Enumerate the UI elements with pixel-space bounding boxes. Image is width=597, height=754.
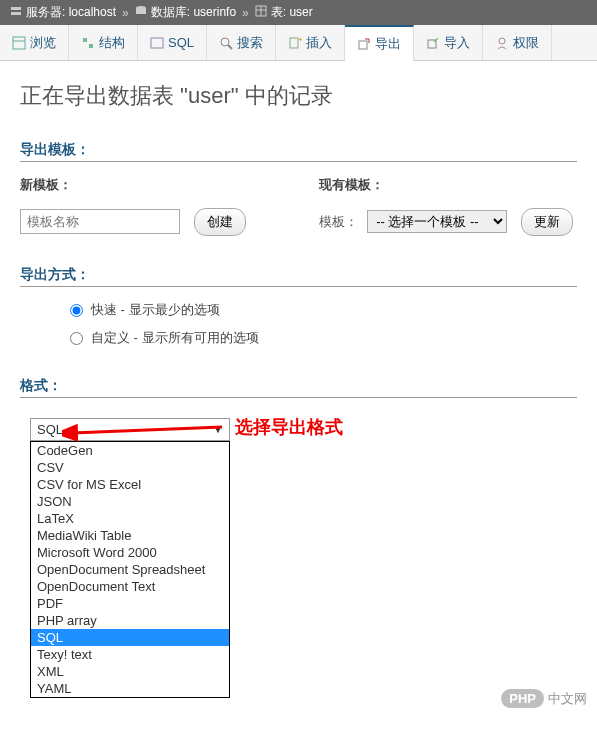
svg-rect-7 <box>13 37 25 49</box>
radio-custom-input[interactable] <box>70 332 83 345</box>
format-option[interactable]: PHP array <box>31 612 229 629</box>
existing-template-label: 现有模板： <box>319 176 578 194</box>
svg-rect-9 <box>83 38 87 42</box>
page-title: 正在导出数据表 "user" 中的记录 <box>20 81 577 111</box>
breadcrumb-sep: » <box>242 6 249 20</box>
breadcrumb-server[interactable]: 服务器: localhost <box>26 4 116 21</box>
section-export-method: 导出方式： <box>20 266 577 287</box>
format-option[interactable]: SQL <box>31 629 229 646</box>
svg-rect-10 <box>89 44 93 48</box>
chevron-down-icon: ▼ <box>213 424 223 435</box>
format-select[interactable]: SQL ▼ <box>30 418 230 441</box>
tab-export[interactable]: 导出 <box>345 25 414 61</box>
tab-label: SQL <box>168 35 194 50</box>
tab-browse[interactable]: 浏览 <box>0 25 69 60</box>
radio-quick[interactable]: 快速 - 显示最少的选项 <box>70 301 577 319</box>
breadcrumb-sep: » <box>122 6 129 20</box>
tab-import[interactable]: 导入 <box>414 25 483 60</box>
export-method-group: 快速 - 显示最少的选项 自定义 - 显示所有可用的选项 <box>20 301 577 347</box>
tab-insert[interactable]: + 插入 <box>276 25 345 60</box>
sql-icon <box>150 36 164 50</box>
insert-icon: + <box>288 36 302 50</box>
watermark: PHP 中文网 <box>501 689 587 708</box>
format-option[interactable]: CodeGen <box>31 442 229 459</box>
format-option[interactable]: PDF <box>31 595 229 612</box>
svg-rect-14 <box>290 38 298 48</box>
new-template-label: 新模板： <box>20 176 279 194</box>
format-option[interactable]: JSON <box>31 493 229 510</box>
template-name-input[interactable] <box>20 209 180 234</box>
create-button[interactable]: 创建 <box>194 208 246 236</box>
tabs-bar: 浏览 结构 SQL 搜索 + 插入 导出 导入 权限 <box>0 25 597 61</box>
format-select-wrap: SQL ▼ CodeGenCSVCSV for MS ExcelJSONLaTe… <box>20 418 577 698</box>
tab-label: 导出 <box>375 35 401 53</box>
format-option[interactable]: MediaWiki Table <box>31 527 229 544</box>
format-option[interactable]: XML <box>31 663 229 680</box>
breadcrumb-table[interactable]: 表: user <box>271 4 313 21</box>
server-icon <box>10 5 22 20</box>
search-icon <box>219 36 233 50</box>
svg-text:+: + <box>298 36 302 44</box>
database-icon <box>135 5 147 20</box>
template-row: 新模板： 创建 现有模板： 模板： -- 选择一个模板 -- 更新 <box>20 176 577 236</box>
existing-template-col: 现有模板： 模板： -- 选择一个模板 -- 更新 <box>319 176 578 236</box>
tab-label: 插入 <box>306 34 332 52</box>
format-option[interactable]: OpenDocument Spreadsheet <box>31 561 229 578</box>
breadcrumb: 服务器: localhost » 数据库: userinfo » 表: user <box>0 0 597 25</box>
tab-sql[interactable]: SQL <box>138 25 207 60</box>
svg-rect-0 <box>11 7 21 10</box>
format-option[interactable]: OpenDocument Text <box>31 578 229 595</box>
format-selected-value: SQL <box>37 422 63 437</box>
tab-label: 搜索 <box>237 34 263 52</box>
svg-line-13 <box>228 45 232 49</box>
radio-custom[interactable]: 自定义 - 显示所有可用的选项 <box>70 329 577 347</box>
format-option[interactable]: CSV <box>31 459 229 476</box>
section-export-template: 导出模板： <box>20 141 577 162</box>
privileges-icon <box>495 36 509 50</box>
new-template-col: 新模板： 创建 <box>20 176 279 236</box>
breadcrumb-database[interactable]: 数据库: userinfo <box>151 4 236 21</box>
browse-icon <box>12 36 26 50</box>
radio-quick-input[interactable] <box>70 304 83 317</box>
svg-rect-1 <box>11 12 21 15</box>
tab-search[interactable]: 搜索 <box>207 25 276 60</box>
tab-label: 结构 <box>99 34 125 52</box>
export-icon <box>357 37 371 51</box>
main-content: 正在导出数据表 "user" 中的记录 导出模板： 新模板： 创建 现有模板： … <box>0 61 597 718</box>
svg-rect-3 <box>136 8 146 14</box>
svg-point-12 <box>221 38 229 46</box>
format-option[interactable]: LaTeX <box>31 510 229 527</box>
update-button[interactable]: 更新 <box>521 208 573 236</box>
section-format: 格式： <box>20 377 577 398</box>
format-option[interactable]: CSV for MS Excel <box>31 476 229 493</box>
tab-label: 权限 <box>513 34 539 52</box>
tab-structure[interactable]: 结构 <box>69 25 138 60</box>
radio-quick-label: 快速 - 显示最少的选项 <box>91 301 220 319</box>
structure-icon <box>81 36 95 50</box>
tab-label: 导入 <box>444 34 470 52</box>
tab-label: 浏览 <box>30 34 56 52</box>
format-option[interactable]: Microsoft Word 2000 <box>31 544 229 561</box>
svg-point-18 <box>499 38 505 44</box>
radio-custom-label: 自定义 - 显示所有可用的选项 <box>91 329 259 347</box>
watermark-text: 中文网 <box>548 690 587 708</box>
template-inline-label: 模板： <box>319 214 358 229</box>
import-icon <box>426 36 440 50</box>
template-select[interactable]: -- 选择一个模板 -- <box>367 210 507 233</box>
format-option[interactable]: YAML <box>31 680 229 697</box>
table-icon <box>255 5 267 20</box>
svg-rect-11 <box>151 38 163 48</box>
svg-rect-16 <box>359 41 367 49</box>
watermark-badge: PHP <box>501 689 544 708</box>
format-options-list: CodeGenCSVCSV for MS ExcelJSONLaTeXMedia… <box>30 441 230 698</box>
tab-privileges[interactable]: 权限 <box>483 25 552 60</box>
format-option[interactable]: Texy! text <box>31 646 229 663</box>
